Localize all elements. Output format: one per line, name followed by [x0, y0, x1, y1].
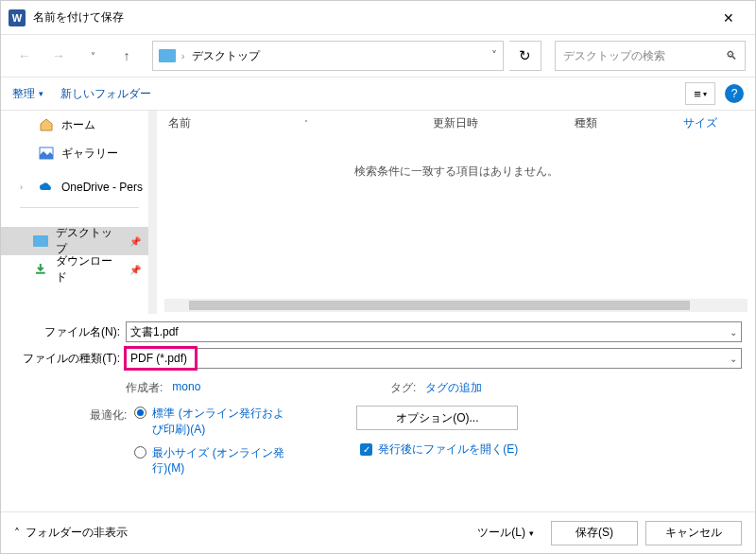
options-button[interactable]: オプション(O)...	[356, 406, 518, 430]
empty-list-message: 検索条件に一致する項目はありません。	[157, 164, 755, 180]
nav-up-button[interactable]: ↑	[112, 42, 141, 70]
column-header-type[interactable]: 種類	[563, 115, 672, 131]
save-button[interactable]: 保存(S)	[551, 521, 638, 545]
horizontal-scrollbar[interactable]	[164, 299, 747, 312]
tools-menu[interactable]: ツール(L)▾	[477, 525, 534, 541]
nav-back-button[interactable]: ←	[10, 42, 39, 70]
radio-icon	[134, 407, 146, 419]
sidebar-item-desktop[interactable]: デスクトップ 📌	[1, 227, 148, 255]
optimize-standard-radio[interactable]: 標準 (オンライン発行および印刷)(A)	[134, 406, 295, 438]
close-button[interactable]: ✕	[710, 5, 747, 31]
breadcrumb-bar[interactable]: › デスクトップ ˅	[152, 41, 504, 71]
optimize-minimum-radio[interactable]: 最小サイズ (オンライン発行)(M)	[134, 445, 295, 477]
refresh-button[interactable]: ↻	[509, 41, 541, 71]
breadcrumb-desktop[interactable]: デスクトップ	[190, 48, 262, 64]
sidebar-label-onedrive: OneDrive - Pers	[61, 181, 143, 194]
hide-folders-toggle[interactable]: ˄ フォルダーの非表示	[14, 525, 128, 541]
nav-recent-button[interactable]: ˅	[78, 42, 107, 70]
optimize-label: 最適化:	[90, 406, 127, 424]
radio-icon	[134, 446, 146, 459]
filetype-dropdown-icon[interactable]: ⌄	[730, 354, 737, 364]
pin-icon: 📌	[129, 236, 141, 247]
sidebar-scrollbar[interactable]	[148, 111, 156, 314]
tag-add-link[interactable]: タグの追加	[425, 380, 482, 396]
pin-icon: 📌	[129, 265, 141, 275]
sidebar-label-gallery: ギャラリー	[61, 146, 118, 162]
folder-icon	[159, 49, 176, 62]
filename-input[interactable]: 文書1.pdf ⌄	[126, 321, 742, 342]
author-value[interactable]: mono	[172, 380, 200, 393]
search-input[interactable]: デスクトップの検索 🔍︎	[555, 41, 746, 71]
author-label: 作成者:	[126, 380, 163, 396]
download-icon	[33, 262, 48, 277]
filename-dropdown-icon[interactable]: ⌄	[730, 327, 737, 338]
help-button[interactable]: ?	[725, 84, 744, 103]
dialog-title: 名前を付けて保存	[33, 9, 124, 26]
new-folder-button[interactable]: 新しいフォルダー	[60, 86, 151, 102]
column-header-name[interactable]: 名前˄	[157, 115, 421, 131]
expand-icon[interactable]: ›	[20, 182, 31, 192]
sort-indicator-icon: ˄	[304, 119, 308, 128]
sidebar-label-home: ホーム	[61, 117, 95, 133]
sidebar-label-desktop: デスクトップ	[56, 225, 122, 257]
svg-rect-1	[36, 272, 45, 274]
desktop-icon	[33, 235, 48, 247]
word-app-icon: W	[9, 9, 26, 26]
open-after-publish-checkbox[interactable]: ✓ 発行後にファイルを開く(E)	[360, 441, 518, 458]
filetype-label: ファイルの種類(T):	[14, 351, 126, 367]
column-header-row: 名前˄ 更新日時 種類 サイズ	[157, 111, 755, 135]
sidebar-item-downloads[interactable]: ダウンロード 📌	[1, 255, 148, 284]
breadcrumb-dropdown-icon[interactable]: ˅	[491, 49, 497, 62]
cloud-icon	[39, 180, 54, 195]
filetype-select[interactable]: PDF (*.pdf) ⌄	[126, 348, 742, 369]
sidebar-item-home[interactable]: ホーム	[1, 111, 148, 139]
checkbox-checked-icon: ✓	[360, 443, 372, 456]
column-header-size[interactable]: サイズ	[672, 115, 719, 131]
sidebar-item-onedrive[interactable]: › OneDrive - Pers	[1, 173, 148, 201]
chevron-right-icon: ›	[181, 51, 184, 61]
organize-menu[interactable]: 整理▾	[12, 86, 43, 102]
nav-forward-button[interactable]: →	[44, 42, 73, 70]
gallery-icon	[39, 146, 54, 161]
cancel-button[interactable]: キャンセル	[645, 521, 742, 545]
home-icon	[39, 117, 54, 132]
sidebar-label-downloads: ダウンロード	[56, 253, 122, 286]
filename-label: ファイル名(N):	[14, 324, 126, 340]
column-header-date[interactable]: 更新日時	[421, 115, 563, 131]
tag-label: タグ:	[390, 380, 416, 396]
search-placeholder: デスクトップの検索	[563, 48, 665, 64]
chevron-up-icon: ˄	[14, 527, 20, 540]
sidebar-separator	[20, 207, 139, 208]
view-mode-button[interactable]: ≡ ▾	[685, 82, 715, 105]
search-icon: 🔍︎	[726, 49, 737, 62]
sidebar-item-gallery[interactable]: ギャラリー	[1, 139, 148, 167]
